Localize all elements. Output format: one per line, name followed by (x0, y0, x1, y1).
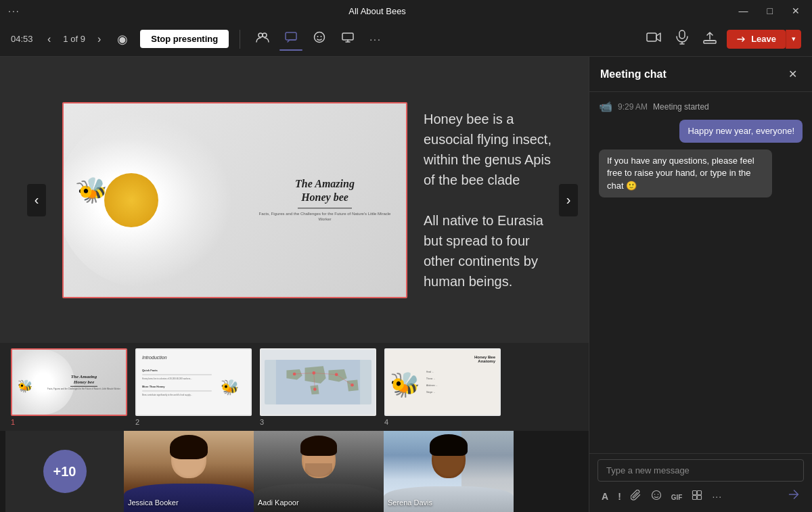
thumbnail-4[interactable]: Honey BeeAnatomy 🐝 Head ← Thorax ← Abdom… (384, 348, 501, 426)
svg-rect-23 (693, 490, 697, 494)
slide-divider (298, 208, 352, 208)
sticker-button[interactable] (687, 487, 706, 506)
window-controls: — □ ✕ (735, 4, 804, 18)
svg-point-0 (258, 33, 263, 37)
svg-rect-8 (679, 30, 685, 39)
leave-button[interactable]: Leave (727, 30, 786, 49)
thumbnail-3[interactable]: 3 (260, 348, 376, 426)
left-panel: ‹ 🐝 The Amazing Honey bee (0, 57, 589, 512)
thumbnail-num-4: 4 (384, 418, 501, 426)
thumbnail-img-3 (260, 348, 376, 416)
more-badge: +10 (43, 450, 87, 493)
jessica-visual: Jessica Booker (124, 431, 254, 512)
people-button[interactable] (251, 27, 274, 51)
stop-presenting-button[interactable]: Stop presenting (140, 30, 229, 48)
system-text: Meeting started (653, 102, 709, 112)
emoji-button[interactable] (647, 487, 666, 506)
system-time: 9:29 AM (618, 102, 648, 112)
chat-bubble-1: Happy new year, everyone! (679, 120, 803, 143)
main-content: ‹ 🐝 The Amazing Honey bee (0, 57, 812, 512)
svg-rect-24 (698, 490, 702, 494)
thumb4-inner: Honey BeeAnatomy 🐝 Head ← Thorax ← Abdom… (386, 350, 499, 415)
camera-button[interactable] (641, 28, 666, 50)
slide-description: Honey bee is a eusocial flying insect, w… (424, 102, 562, 298)
svg-rect-6 (342, 33, 353, 40)
upload-button[interactable] (698, 27, 721, 51)
toolbar-icons: ··· (251, 27, 386, 51)
thumbnail-img-1: 🐝 The AmazingHoney bee Facts, Figures an… (11, 348, 127, 416)
chat-input[interactable] (597, 459, 804, 482)
toolbar-divider (240, 30, 240, 49)
thumbnail-num-3: 3 (260, 418, 376, 426)
meeting-icon: 📹 (599, 100, 612, 113)
participants-strip: +10 Jessica Book (0, 431, 589, 512)
thumbnail-2[interactable]: Introduction Quick Facts Honey bees live… (135, 348, 252, 426)
chat-button[interactable] (279, 27, 302, 51)
svg-point-1 (263, 33, 267, 37)
svg-point-22 (657, 494, 658, 495)
participant-more: +10 (5, 431, 124, 512)
reactions-button[interactable] (308, 27, 331, 51)
serena-visual: Serena Davis (384, 431, 514, 512)
thumb4-title: Honey BeeAnatomy (474, 355, 495, 363)
svg-point-3 (315, 32, 325, 43)
svg-point-21 (654, 494, 655, 495)
system-message: 📹 9:29 AM Meeting started (599, 100, 803, 113)
slide-next-button[interactable]: › (559, 184, 578, 216)
chat-input-area: A ! (589, 453, 812, 512)
format-button[interactable]: A (597, 488, 612, 505)
svg-rect-9 (704, 41, 716, 43)
slide-text-area: The Amazing Honey bee Facts, Figures and… (257, 177, 392, 223)
slide-content: 🐝 The Amazing Honey bee Facts, Figures a… (64, 103, 406, 297)
minimize-button[interactable]: — (735, 4, 752, 18)
chat-more-button[interactable]: ··· (708, 488, 726, 505)
thumbnail-img-4: Honey BeeAnatomy 🐝 Head ← Thorax ← Abdom… (384, 348, 501, 416)
thumbnail-1[interactable]: 🐝 The AmazingHoney bee Facts, Figures an… (11, 348, 127, 426)
more-button[interactable]: ··· (365, 28, 386, 49)
slide-view: 🐝 The Amazing Honey bee Facts, Figures a… (62, 102, 407, 298)
svg-point-5 (321, 36, 322, 37)
chat-header: Meeting chat ✕ (589, 57, 812, 92)
thumb3-map (265, 360, 371, 404)
thumbnail-img-2: Introduction Quick Facts Honey bees live… (135, 348, 252, 416)
maximize-button[interactable]: □ (763, 4, 777, 18)
next-slide-button[interactable]: › (93, 30, 105, 48)
view-button[interactable]: ◉ (113, 29, 132, 49)
participant-aadi: Aadi Kapoor (254, 431, 384, 512)
svg-rect-25 (693, 495, 697, 499)
meeting-timer: 04:53 (11, 34, 35, 44)
title-bar: ··· All About Bees — □ ✕ (0, 0, 812, 22)
prev-slide-button[interactable]: ‹ (43, 30, 55, 48)
thumb1-inner: 🐝 The AmazingHoney bee Facts, Figures an… (12, 350, 126, 415)
slide-area: ‹ 🐝 The Amazing Honey bee (0, 57, 589, 343)
mic-button[interactable] (671, 26, 693, 51)
svg-rect-2 (286, 32, 296, 40)
thumbnail-num-2: 2 (135, 418, 252, 426)
svg-point-20 (652, 490, 660, 499)
leave-dropdown-button[interactable]: ▾ (786, 30, 801, 49)
share-button[interactable] (336, 27, 359, 51)
thumb3-inner (261, 350, 375, 415)
chat-title: Meeting chat (600, 68, 667, 80)
chat-close-button[interactable]: ✕ (784, 66, 801, 82)
thumbnails-strip: 🐝 The AmazingHoney bee Facts, Figures an… (0, 343, 589, 431)
slide-main-title: The Amazing Honey bee (257, 177, 392, 206)
app-dots: ··· (8, 5, 20, 16)
serena-name: Serena Davis (388, 498, 432, 507)
jessica-name: Jessica Booker (128, 498, 179, 507)
chat-messages: 📹 9:29 AM Meeting started Happy new year… (589, 92, 812, 453)
chat-bubble-2: If you have any questions, please feel f… (599, 149, 772, 197)
participant-serena: Serena Davis (384, 431, 514, 512)
participant-jessica: Jessica Booker (124, 431, 254, 512)
svg-rect-26 (698, 495, 702, 499)
send-button[interactable] (784, 486, 804, 507)
svg-rect-7 (647, 33, 656, 41)
close-button[interactable]: ✕ (788, 4, 804, 18)
slide-prev-button[interactable]: ‹ (27, 184, 46, 216)
thumb2-inner: Introduction Quick Facts Honey bees live… (137, 350, 250, 415)
important-button[interactable]: ! (614, 488, 625, 505)
gif-button[interactable]: GIF (667, 488, 687, 505)
thumb2-title: Introduction (142, 355, 167, 360)
svg-point-4 (317, 36, 319, 37)
attach-button[interactable] (627, 487, 646, 506)
